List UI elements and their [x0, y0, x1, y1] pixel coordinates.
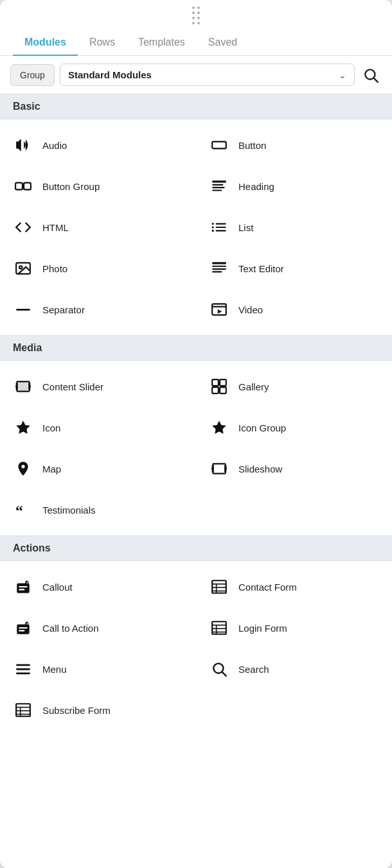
callout-label: Callout [42, 582, 73, 593]
svg-rect-6 [212, 184, 223, 186]
module-video[interactable]: Video [196, 289, 392, 330]
modules-dropdown[interactable]: Standard Modules ⌄ [60, 64, 355, 86]
icon-group-icon [209, 417, 229, 438]
module-audio[interactable]: Audio [0, 125, 196, 166]
actions-modules-grid: Callout Contact Form Call [0, 561, 392, 736]
toolbar: Group Standard Modules ⌄ [0, 56, 392, 94]
audio-label: Audio [42, 140, 67, 151]
module-search[interactable]: Search [196, 648, 392, 690]
menu-label: Menu [42, 664, 67, 675]
module-separator[interactable]: Separator [0, 289, 196, 330]
module-list[interactable]: List [196, 207, 392, 248]
group-button[interactable]: Group [10, 64, 55, 86]
content-slider-label: Content Slider [42, 381, 103, 392]
content-slider-icon [13, 376, 33, 397]
module-text-editor[interactable]: Text Editor [196, 248, 392, 289]
subscribe-form-icon [13, 700, 33, 720]
slideshow-label: Slideshow [238, 464, 282, 474]
svg-rect-18 [212, 266, 226, 267]
svg-line-1 [374, 78, 378, 82]
tab-saved[interactable]: Saved [197, 30, 249, 56]
call-to-action-label: Call to Action [42, 623, 99, 634]
svg-rect-3 [15, 183, 22, 190]
drag-handle[interactable] [0, 0, 392, 28]
list-icon [209, 217, 229, 238]
svg-rect-34 [220, 387, 226, 394]
slideshow-icon [209, 458, 229, 479]
module-content-slider[interactable]: Content Slider [0, 366, 196, 407]
icon-group-label: Icon Group [238, 422, 286, 433]
tab-rows[interactable]: Rows [78, 30, 127, 56]
module-icon[interactable]: Icon [0, 407, 196, 448]
video-icon [209, 299, 229, 320]
svg-rect-5 [212, 180, 226, 182]
basic-modules-grid: Audio Button Button Group [0, 119, 392, 335]
photo-icon [13, 258, 33, 279]
svg-rect-2 [212, 142, 226, 149]
module-callout[interactable]: Callout [0, 566, 196, 607]
testimonials-icon: “ [13, 499, 33, 520]
svg-rect-32 [220, 379, 226, 386]
module-testimonials[interactable]: “ Testimonials [0, 489, 196, 530]
login-form-icon [209, 618, 229, 638]
tab-modules[interactable]: Modules [13, 30, 78, 56]
svg-line-57 [222, 672, 226, 676]
svg-rect-7 [212, 187, 225, 188]
svg-rect-37 [213, 464, 226, 473]
module-photo[interactable]: Photo [0, 248, 196, 289]
button-icon [209, 135, 229, 155]
module-subscribe-form[interactable]: Subscribe Form [0, 690, 196, 731]
svg-rect-12 [216, 227, 226, 228]
svg-rect-20 [212, 271, 222, 272]
svg-rect-53 [16, 664, 30, 666]
module-contact-form[interactable]: Contact Form [196, 566, 392, 607]
module-menu[interactable]: Menu [0, 648, 196, 690]
video-label: Video [238, 304, 263, 315]
svg-rect-33 [212, 387, 218, 394]
svg-rect-10 [216, 223, 226, 225]
module-heading[interactable]: Heading [196, 166, 392, 207]
module-map[interactable]: Map [0, 448, 196, 489]
module-call-to-action[interactable]: Call to Action [0, 607, 196, 648]
section-basic-header: Basic [0, 94, 392, 119]
drag-dots [192, 6, 200, 25]
gallery-label: Gallery [238, 381, 269, 392]
svg-point-16 [19, 266, 22, 268]
button-label: Button [238, 140, 266, 151]
text-editor-label: Text Editor [238, 263, 284, 274]
subscribe-form-label: Subscribe Form [42, 705, 111, 716]
module-login-form[interactable]: Login Form [196, 607, 392, 648]
module-button[interactable]: Button [196, 125, 392, 166]
svg-marker-35 [16, 421, 30, 434]
svg-point-11 [212, 226, 214, 228]
button-group-label: Button Group [42, 181, 100, 192]
svg-rect-4 [24, 183, 31, 190]
svg-marker-24 [218, 309, 222, 314]
map-label: Map [42, 464, 61, 474]
svg-point-13 [212, 230, 214, 232]
module-slideshow[interactable]: Slideshow [196, 448, 392, 489]
login-form-label: Login Form [238, 623, 287, 634]
svg-rect-54 [16, 668, 30, 670]
tab-templates[interactable]: Templates [127, 30, 197, 56]
module-html[interactable]: HTML [0, 207, 196, 248]
heading-icon [209, 176, 229, 196]
icon-label: Icon [42, 422, 60, 433]
module-button-group[interactable]: Button Group [0, 166, 196, 207]
svg-rect-21 [16, 309, 30, 311]
module-gallery[interactable]: Gallery [196, 366, 392, 407]
separator-icon [13, 299, 33, 320]
search-module-icon [209, 659, 229, 679]
svg-rect-17 [212, 262, 226, 264]
dropdown-label: Standard Modules [68, 69, 339, 80]
audio-icon [13, 135, 33, 155]
svg-rect-19 [212, 268, 226, 270]
search-button[interactable] [360, 64, 382, 86]
media-modules-grid: Content Slider Gallery Icon [0, 361, 392, 535]
panel: Modules Rows Templates Saved Group Stand… [0, 0, 392, 868]
module-icon-group[interactable]: Icon Group [196, 407, 392, 448]
html-icon [13, 217, 33, 238]
html-label: HTML [42, 222, 69, 233]
heading-label: Heading [238, 181, 274, 192]
photo-label: Photo [42, 263, 67, 274]
